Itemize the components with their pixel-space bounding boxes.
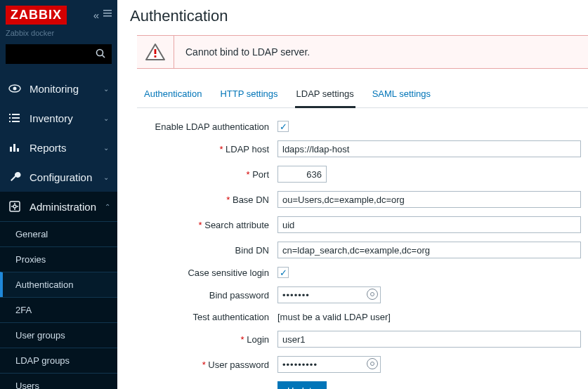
sidebar-menu-icon[interactable]: [103, 9, 112, 21]
tab-http-settings[interactable]: HTTP settings: [218, 83, 279, 107]
chevron-down-icon: ⌄: [103, 85, 109, 93]
svg-rect-14: [13, 144, 15, 152]
svg-line-4: [103, 55, 105, 58]
sidebar-item-monitoring[interactable]: Monitoring ⌄: [0, 74, 117, 103]
sub-item-2fa[interactable]: 2FA: [0, 297, 117, 322]
sidebar-item-label: Monitoring: [30, 83, 79, 95]
tab-authentication[interactable]: Authentication: [143, 83, 203, 107]
collapse-sidebar-icon[interactable]: «: [93, 9, 99, 21]
svg-rect-11: [9, 121, 11, 122]
chevron-up-icon: ⌃: [105, 203, 110, 211]
svg-rect-12: [12, 121, 20, 122]
zabbix-logo[interactable]: ZABBIX: [6, 6, 67, 25]
svg-rect-1: [103, 13, 112, 14]
label-enable-ldap: Enable LDAP authentication: [137, 121, 277, 132]
sidebar-item-inventory[interactable]: Inventory ⌄: [0, 103, 117, 133]
ldap-form: Enable LDAP authentication ✓ LDAP host P…: [137, 108, 588, 389]
chevron-down-icon: ⌄: [103, 114, 109, 122]
svg-rect-7: [9, 114, 11, 115]
user-password-input[interactable]: [277, 356, 381, 373]
label-case-sensitive: Case sensitive login: [137, 268, 277, 278]
page-title: Authentication: [130, 7, 588, 25]
svg-rect-2: [103, 15, 112, 17]
svg-rect-23: [155, 49, 157, 54]
sub-item-ldap-groups[interactable]: LDAP groups: [0, 348, 117, 373]
svg-rect-9: [9, 117, 11, 119]
bind-password-input[interactable]: [277, 286, 381, 303]
sidebar-item-label: Administration: [30, 201, 96, 213]
sidebar-item-label: Inventory: [30, 112, 73, 124]
chevron-down-icon: ⌄: [103, 173, 109, 181]
update-button[interactable]: Update: [277, 381, 327, 389]
eye-icon: [8, 82, 21, 95]
server-name: Zabbix docker: [6, 29, 112, 37]
svg-rect-24: [155, 55, 157, 58]
gear-icon: [8, 200, 21, 213]
tab-saml-settings[interactable]: SAML settings: [371, 83, 432, 107]
label-user-password: User password: [137, 360, 277, 370]
sidebar-item-reports[interactable]: Reports ⌄: [0, 133, 117, 162]
chart-icon: [8, 141, 21, 154]
label-base-dn: Base DN: [137, 194, 277, 205]
ldap-host-input[interactable]: [277, 140, 581, 157]
search-attr-input[interactable]: [277, 216, 581, 233]
base-dn-input[interactable]: [277, 191, 581, 208]
label-bind-dn: Bind DN: [137, 245, 277, 256]
sub-item-authentication[interactable]: Authentication: [0, 272, 117, 297]
sub-item-general[interactable]: General: [0, 221, 117, 246]
tab-ldap-settings[interactable]: LDAP settings: [295, 83, 355, 108]
case-sensitive-checkbox[interactable]: ✓: [277, 267, 289, 278]
enable-ldap-checkbox[interactable]: ✓: [277, 121, 289, 132]
wrench-icon: [8, 171, 21, 183]
search-icon[interactable]: [96, 48, 106, 59]
sub-item-users[interactable]: Users: [0, 373, 117, 389]
sidebar-item-administration[interactable]: Administration ⌃: [0, 192, 117, 221]
tabs: Authentication HTTP settings LDAP settin…: [137, 83, 588, 108]
alert-error: Cannot bind to LDAP server.: [137, 35, 588, 69]
port-input[interactable]: [277, 166, 327, 183]
main-content: Authentication Cannot bind to LDAP serve…: [117, 0, 588, 389]
sub-item-user-groups[interactable]: User groups: [0, 322, 117, 348]
sidebar-item-label: Reports: [30, 142, 67, 154]
warning-icon: [137, 44, 174, 60]
svg-rect-15: [17, 148, 19, 152]
label-port: Port: [137, 169, 277, 180]
svg-point-17: [13, 205, 16, 208]
sidebar: ZABBIX « Zabbix docker: [0, 0, 117, 389]
sidebar-item-configuration[interactable]: Configuration ⌄: [0, 162, 117, 192]
test-auth-hint: [must be a valid LDAP user]: [277, 312, 391, 322]
password-reveal-icon[interactable]: [367, 289, 378, 300]
label-ldap-host: LDAP host: [137, 144, 277, 154]
sidebar-item-label: Configuration: [30, 171, 92, 183]
list-icon: [8, 112, 21, 124]
svg-rect-8: [12, 114, 20, 115]
password-reveal-icon[interactable]: [367, 358, 378, 369]
chevron-down-icon: ⌄: [103, 144, 109, 152]
login-input[interactable]: [277, 331, 581, 348]
bind-dn-input[interactable]: [277, 242, 581, 258]
svg-rect-0: [103, 10, 112, 11]
svg-point-3: [97, 50, 103, 56]
label-search-attr: Search attribute: [137, 220, 277, 230]
svg-point-6: [13, 87, 17, 91]
svg-rect-10: [12, 117, 20, 119]
sub-item-proxies[interactable]: Proxies: [0, 246, 117, 272]
svg-rect-13: [10, 147, 12, 152]
label-login: Login: [137, 334, 277, 345]
alert-message: Cannot bind to LDAP server.: [174, 36, 588, 68]
label-bind-password: Bind password: [137, 290, 277, 301]
label-test-auth: Test authentication: [137, 312, 277, 322]
